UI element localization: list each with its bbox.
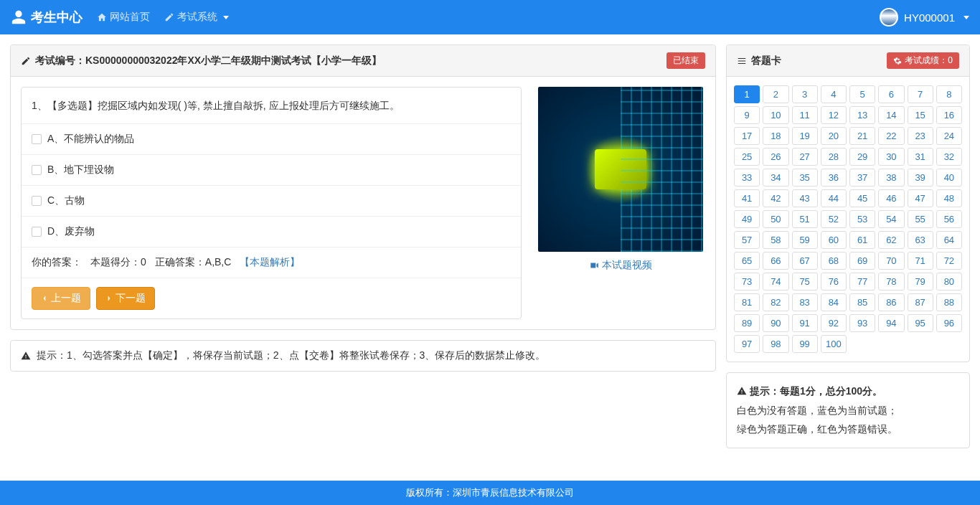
answer-cell-50[interactable]: 50 bbox=[763, 210, 788, 228]
answer-cell-8[interactable]: 8 bbox=[936, 85, 962, 103]
answer-cell-64[interactable]: 64 bbox=[936, 231, 962, 249]
answer-cell-88[interactable]: 88 bbox=[936, 293, 962, 311]
answer-cell-26[interactable]: 26 bbox=[763, 148, 788, 166]
answer-cell-4[interactable]: 4 bbox=[821, 85, 847, 103]
next-button[interactable]: 下一题 bbox=[96, 287, 155, 310]
analysis-link[interactable]: 【本题解析】 bbox=[240, 256, 300, 269]
answer-cell-62[interactable]: 62 bbox=[878, 231, 904, 249]
answer-cell-58[interactable]: 58 bbox=[763, 231, 788, 249]
answer-cell-24[interactable]: 24 bbox=[936, 127, 962, 145]
answer-cell-68[interactable]: 68 bbox=[821, 252, 847, 270]
option-d[interactable]: D、废弃物 bbox=[22, 217, 521, 247]
answer-cell-36[interactable]: 36 bbox=[821, 169, 847, 187]
answer-cell-84[interactable]: 84 bbox=[821, 293, 847, 311]
answer-cell-42[interactable]: 42 bbox=[763, 189, 788, 207]
answer-cell-93[interactable]: 93 bbox=[849, 314, 875, 332]
nav-home[interactable]: 网站首页 bbox=[97, 11, 150, 24]
answer-cell-32[interactable]: 32 bbox=[936, 148, 962, 166]
answer-cell-61[interactable]: 61 bbox=[849, 231, 875, 249]
answer-cell-99[interactable]: 99 bbox=[792, 335, 818, 353]
answer-cell-51[interactable]: 51 bbox=[792, 210, 818, 228]
answer-cell-73[interactable]: 73 bbox=[734, 273, 760, 291]
answer-cell-30[interactable]: 30 bbox=[878, 148, 904, 166]
answer-cell-1[interactable]: 1 bbox=[734, 85, 760, 103]
answer-cell-71[interactable]: 71 bbox=[908, 252, 933, 270]
answer-cell-33[interactable]: 33 bbox=[734, 169, 760, 187]
answer-cell-6[interactable]: 6 bbox=[878, 85, 904, 103]
answer-cell-55[interactable]: 55 bbox=[908, 210, 933, 228]
answer-cell-40[interactable]: 40 bbox=[936, 169, 962, 187]
answer-cell-90[interactable]: 90 bbox=[763, 314, 788, 332]
answer-cell-80[interactable]: 80 bbox=[936, 273, 962, 291]
answer-cell-49[interactable]: 49 bbox=[734, 210, 760, 228]
answer-cell-48[interactable]: 48 bbox=[936, 189, 962, 207]
answer-cell-98[interactable]: 98 bbox=[763, 335, 788, 353]
answer-cell-45[interactable]: 45 bbox=[849, 189, 875, 207]
answer-cell-3[interactable]: 3 bbox=[792, 85, 818, 103]
answer-cell-52[interactable]: 52 bbox=[821, 210, 847, 228]
answer-cell-100[interactable]: 100 bbox=[821, 335, 847, 353]
answer-cell-83[interactable]: 83 bbox=[792, 293, 818, 311]
answer-cell-69[interactable]: 69 bbox=[849, 252, 875, 270]
answer-cell-21[interactable]: 21 bbox=[849, 127, 875, 145]
option-a[interactable]: A、不能辨认的物品 bbox=[22, 124, 521, 155]
prev-button[interactable]: 上一题 bbox=[32, 287, 90, 310]
answer-cell-27[interactable]: 27 bbox=[792, 148, 818, 166]
answer-cell-96[interactable]: 96 bbox=[936, 314, 962, 332]
answer-cell-72[interactable]: 72 bbox=[936, 252, 962, 270]
answer-cell-28[interactable]: 28 bbox=[821, 148, 847, 166]
video-link[interactable]: 本试题视频 bbox=[589, 259, 652, 272]
answer-cell-66[interactable]: 66 bbox=[763, 252, 788, 270]
answer-cell-43[interactable]: 43 bbox=[792, 189, 818, 207]
answer-cell-22[interactable]: 22 bbox=[878, 127, 904, 145]
answer-cell-78[interactable]: 78 bbox=[878, 273, 904, 291]
answer-cell-7[interactable]: 7 bbox=[908, 85, 933, 103]
answer-cell-74[interactable]: 74 bbox=[763, 273, 788, 291]
answer-cell-87[interactable]: 87 bbox=[908, 293, 933, 311]
answer-cell-13[interactable]: 13 bbox=[849, 106, 875, 124]
answer-cell-16[interactable]: 16 bbox=[936, 106, 962, 124]
answer-cell-46[interactable]: 46 bbox=[878, 189, 904, 207]
answer-cell-54[interactable]: 54 bbox=[878, 210, 904, 228]
answer-cell-85[interactable]: 85 bbox=[849, 293, 875, 311]
answer-cell-89[interactable]: 89 bbox=[734, 314, 760, 332]
answer-cell-5[interactable]: 5 bbox=[849, 85, 875, 103]
nav-exam-system[interactable]: 考试系统 bbox=[164, 11, 229, 24]
answer-cell-79[interactable]: 79 bbox=[908, 273, 933, 291]
answer-cell-20[interactable]: 20 bbox=[821, 127, 847, 145]
answer-cell-77[interactable]: 77 bbox=[849, 273, 875, 291]
answer-cell-31[interactable]: 31 bbox=[908, 148, 933, 166]
answer-cell-76[interactable]: 76 bbox=[821, 273, 847, 291]
answer-cell-9[interactable]: 9 bbox=[734, 106, 760, 124]
answer-cell-60[interactable]: 60 bbox=[821, 231, 847, 249]
answer-cell-2[interactable]: 2 bbox=[763, 85, 788, 103]
answer-cell-34[interactable]: 34 bbox=[763, 169, 788, 187]
answer-cell-41[interactable]: 41 bbox=[734, 189, 760, 207]
answer-cell-11[interactable]: 11 bbox=[792, 106, 818, 124]
answer-cell-25[interactable]: 25 bbox=[734, 148, 760, 166]
answer-cell-23[interactable]: 23 bbox=[908, 127, 933, 145]
answer-cell-37[interactable]: 37 bbox=[849, 169, 875, 187]
answer-cell-59[interactable]: 59 bbox=[792, 231, 818, 249]
answer-cell-70[interactable]: 70 bbox=[878, 252, 904, 270]
answer-cell-53[interactable]: 53 bbox=[849, 210, 875, 228]
answer-cell-67[interactable]: 67 bbox=[792, 252, 818, 270]
answer-cell-57[interactable]: 57 bbox=[734, 231, 760, 249]
answer-cell-56[interactable]: 56 bbox=[936, 210, 962, 228]
answer-cell-10[interactable]: 10 bbox=[763, 106, 788, 124]
answer-cell-39[interactable]: 39 bbox=[908, 169, 933, 187]
answer-cell-92[interactable]: 92 bbox=[821, 314, 847, 332]
option-b[interactable]: B、地下埋设物 bbox=[22, 155, 521, 186]
answer-cell-14[interactable]: 14 bbox=[878, 106, 904, 124]
answer-cell-81[interactable]: 81 bbox=[734, 293, 760, 311]
answer-cell-63[interactable]: 63 bbox=[908, 231, 933, 249]
answer-cell-19[interactable]: 19 bbox=[792, 127, 818, 145]
answer-cell-29[interactable]: 29 bbox=[849, 148, 875, 166]
user-menu[interactable]: HY000001 bbox=[880, 8, 969, 27]
answer-cell-38[interactable]: 38 bbox=[878, 169, 904, 187]
answer-cell-91[interactable]: 91 bbox=[792, 314, 818, 332]
answer-cell-35[interactable]: 35 bbox=[792, 169, 818, 187]
answer-cell-15[interactable]: 15 bbox=[908, 106, 933, 124]
answer-cell-95[interactable]: 95 bbox=[908, 314, 933, 332]
answer-cell-17[interactable]: 17 bbox=[734, 127, 760, 145]
